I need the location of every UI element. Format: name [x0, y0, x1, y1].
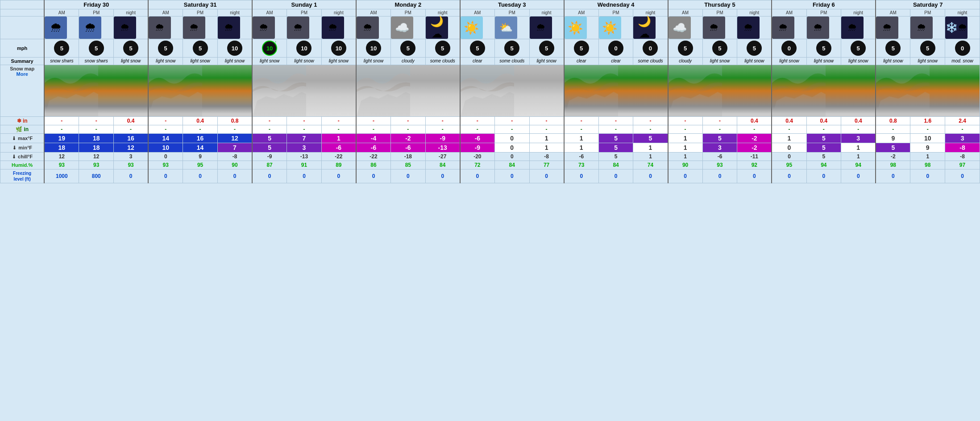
period-header-day0-AM: AM [44, 9, 79, 17]
humid-day1-2: 90 [217, 161, 252, 169]
rain-in-day2-0: - [252, 125, 287, 134]
chill-temp-day3-2: -27 [425, 153, 460, 161]
summary-day3-1: cloudy [391, 58, 426, 65]
rain-in-day7-0: - [772, 125, 806, 134]
freeze-day4-1: 0 [494, 169, 529, 183]
humid-day6-1: 93 [702, 161, 737, 169]
snow-in-day0-1: - [79, 117, 114, 125]
snow-in-day3-2: - [425, 117, 460, 125]
min-temp-day6-0: 1 [668, 143, 703, 153]
chill-temp-day3-1: -18 [391, 153, 426, 161]
freeze-day7-0: 0 [772, 169, 806, 183]
period-header-day4-AM: AM [460, 9, 495, 17]
min-temp-day2-2: -6 [321, 143, 356, 153]
min-temp-day4-1: 0 [494, 143, 529, 153]
chill-temp-day1-2: -8 [217, 153, 252, 161]
freeze-day6-0: 0 [668, 169, 703, 183]
humid-day5-2: 74 [633, 161, 668, 169]
min-temp-day3-2: -13 [425, 143, 460, 153]
min-temp-day5-1: 5 [598, 143, 633, 153]
rain-in-day1-1: - [183, 125, 218, 134]
weather-icon-day5-1: ☀️ [598, 17, 633, 39]
wind-day8-1: ↑ 5 [910, 39, 945, 58]
period-header-day1-night: night [217, 9, 252, 17]
wind-day6-2: ↑ 5 [737, 39, 772, 58]
rain-in-day7-2: - [841, 125, 876, 134]
min-temp-day3-0: -6 [356, 143, 391, 153]
period-header-day6-AM: AM [668, 9, 703, 17]
max-temp-day4-2: 1 [529, 134, 564, 143]
max-temp-day6-0: 1 [668, 134, 703, 143]
max-temp-day7-1: 5 [806, 134, 841, 143]
freeze-day3-0: 0 [356, 169, 391, 183]
summary-day8-0: light snow [876, 58, 910, 65]
snow-in-day8-2: 2.4 [945, 117, 980, 125]
summary-day2-2: light snow [321, 58, 356, 65]
summary-day7-1: light snow [806, 58, 841, 65]
max-temp-day0-2: 16 [114, 134, 149, 143]
weather-icon-day4-0: ☀️ [460, 17, 495, 39]
min-temp-day2-1: 3 [287, 143, 322, 153]
period-header-day2-AM: AM [252, 9, 287, 17]
rain-in-day8-2: - [945, 125, 980, 134]
summary-day0-2: light snow [114, 58, 149, 65]
wind-day2-2: ↑ 10 [321, 39, 356, 58]
humid-day3-1: 85 [391, 161, 426, 169]
humid-day3-2: 84 [425, 161, 460, 169]
weather-icon-day7-0: 🌨 [772, 17, 806, 39]
weather-icon-day4-1: ⛅ [494, 17, 529, 39]
snow-in-day6-1: - [702, 117, 737, 125]
snow-in-day4-0: - [460, 117, 495, 125]
snow-in-day3-1: - [391, 117, 426, 125]
snow-in-day8-0: 0.8 [876, 117, 910, 125]
period-header-day1-PM: PM [183, 9, 218, 17]
rain-in-day5-0: - [564, 125, 599, 134]
rain-in-day6-1: - [702, 125, 737, 134]
rain-in-day5-1: - [598, 125, 633, 134]
summary-day4-0: clear [460, 58, 495, 65]
wind-day7-1: ↑ 5 [806, 39, 841, 58]
wind-day3-0: ↑ 10 [356, 39, 391, 58]
snow-map-day7 [772, 65, 876, 117]
period-header-day5-AM: AM [564, 9, 599, 17]
rain-in-day6-2: - [737, 125, 772, 134]
summary-day6-1: light snow [702, 58, 737, 65]
day-header-1: Saturday 31 [148, 0, 252, 9]
max-temp-day2-1: 7 [287, 134, 322, 143]
wind-day4-0: ↑ 5 [460, 39, 495, 58]
rain-in-day3-1: - [391, 125, 426, 134]
weather-icon-day2-0: 🌨 [252, 17, 287, 39]
wind-day2-0: ↑ 10 [252, 39, 287, 58]
period-header-day4-PM: PM [494, 9, 529, 17]
chill-temp-day2-0: -9 [252, 153, 287, 161]
chill-temp-day6-0: 1 [668, 153, 703, 161]
summary-day5-1: clear [598, 58, 633, 65]
min-temp-day3-1: -6 [391, 143, 426, 153]
weather-icon-day7-2: 🌨 [841, 17, 876, 39]
freeze-day7-1: 0 [806, 169, 841, 183]
chill-temp-day1-0: 0 [148, 153, 183, 161]
snow-map-more-link[interactable]: More [17, 71, 28, 77]
wind-day1-2: ↑ 10 [217, 39, 252, 58]
snow-in-day6-2: 0.4 [737, 117, 772, 125]
min-temp-day0-1: 18 [79, 143, 114, 153]
snow-map-day6 [668, 65, 772, 117]
humid-day1-0: 93 [148, 161, 183, 169]
period-header-day8-PM: PM [910, 9, 945, 17]
min-temp-day8-2: -8 [945, 143, 980, 153]
freeze-day0-2: 0 [114, 169, 149, 183]
period-header-day6-PM: PM [702, 9, 737, 17]
snow-in-day5-2: - [633, 117, 668, 125]
freeze-day2-2: 0 [321, 169, 356, 183]
period-header-day1-AM: AM [148, 9, 183, 17]
rain-in-day0-2: - [114, 125, 149, 134]
chill-temp-day7-2: 1 [841, 153, 876, 161]
snow-in-day1-0: - [148, 117, 183, 125]
humid-day0-1: 93 [79, 161, 114, 169]
min-temp-day7-1: 5 [806, 143, 841, 153]
max-temp-day0-0: 19 [44, 134, 79, 143]
freeze-day8-2: 0 [945, 169, 980, 183]
weather-icon-day0-0: 🌨 [44, 17, 79, 39]
chill-temp-day7-1: 5 [806, 153, 841, 161]
summary-day1-2: light snow [217, 58, 252, 65]
